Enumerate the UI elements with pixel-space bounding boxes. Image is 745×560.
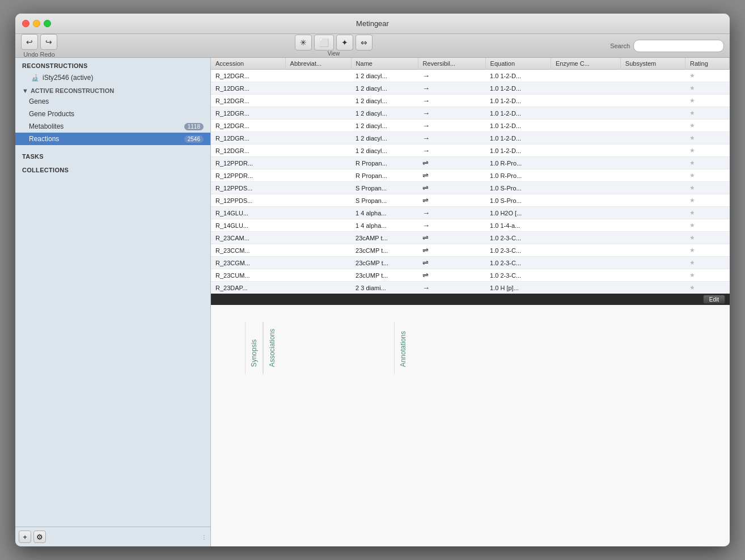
cell-name: 1 2 diacyl...: [351, 70, 418, 82]
sidebar-item-gene-products[interactable]: Gene Products: [15, 108, 210, 120]
cell-subsystem: [620, 207, 685, 219]
table-row[interactable]: R_14GLU... 1 4 alpha... → 1.0 1-4-a... ★: [211, 219, 730, 232]
table-row[interactable]: R_12PPDS... S Propan... ⇌ 1.0 S-Pro... ★: [211, 182, 730, 194]
table-row[interactable]: R_12DGR... 1 2 diacyl... → 1.0 1-2-D... …: [211, 107, 730, 120]
table-row[interactable]: R_12DGR... 1 2 diacyl... → 1.0 1-2-D... …: [211, 95, 730, 107]
settings-button[interactable]: ⚙: [33, 531, 46, 543]
undo-button[interactable]: ↩: [21, 34, 38, 50]
view-btn-3[interactable]: ✦: [336, 35, 353, 50]
table-row[interactable]: R_12PPDS... S Propan... ⇌ 1.0 S-Pro... ★: [211, 194, 730, 207]
cell-subsystem: [620, 194, 685, 207]
cell-rev: ⇌: [418, 182, 485, 194]
cell-rev: →: [418, 70, 485, 82]
table-row[interactable]: R_14GLU... 1 4 alpha... → 1.0 H2O [... ★: [211, 207, 730, 219]
cell-rating: ★: [685, 244, 729, 257]
close-button[interactable]: [22, 20, 29, 27]
col-accession[interactable]: Accession: [211, 58, 285, 70]
cell-enzyme: [551, 145, 621, 157]
col-abbreviat[interactable]: Abbreviat...: [285, 58, 351, 70]
cell-abbrev: [285, 257, 351, 269]
cell-abbrev: [285, 207, 351, 219]
view-btn-2[interactable]: ⬜: [314, 35, 334, 50]
cell-subsystem: [620, 70, 685, 82]
sidebar-item-reactions[interactable]: Reactions 2546: [15, 133, 210, 145]
cell-accession: R_12DGR...: [211, 132, 285, 145]
cell-name: 1 2 diacyl...: [351, 120, 418, 132]
cell-subsystem: [620, 244, 685, 257]
table-row[interactable]: R_23DAP... 2 3 diami... → 1.0 H [p]... ★: [211, 282, 730, 294]
active-reconstruction-header: ▼ ACTIVE RECONSTRUCTION: [15, 84, 210, 95]
table-row[interactable]: R_23CAM... 23cAMP t... ⇌ 1.0 2-3-C... ★: [211, 232, 730, 244]
reconstructions-header: RECONSTRUCTIONS: [15, 58, 210, 71]
cell-rating: ★: [685, 269, 729, 282]
cell-accession: R_23CAM...: [211, 232, 285, 244]
tab-associations[interactable]: Associations: [263, 322, 281, 374]
sidebar-item-metabolites[interactable]: Metabolites 1118: [15, 120, 210, 133]
cell-equation: 1.0 1-2-D...: [485, 145, 551, 157]
col-name[interactable]: Name: [351, 58, 418, 70]
table-row[interactable]: R_12PPDR... R Propan... ⇌ 1.0 R-Pro... ★: [211, 157, 730, 169]
cell-enzyme: [551, 70, 621, 82]
cell-enzyme: [551, 282, 621, 294]
cell-rating: ★: [685, 219, 729, 232]
col-rating[interactable]: Rating: [685, 58, 729, 70]
collections-header: COLLECTIONS: [15, 162, 210, 176]
cell-accession: R_12DGR...: [211, 70, 285, 82]
sidebar-item-genes[interactable]: Genes: [15, 95, 210, 108]
cell-abbrev: [285, 169, 351, 182]
col-equation[interactable]: Equation: [485, 58, 551, 70]
cell-enzyme: [551, 82, 621, 95]
col-reversibil[interactable]: Reversibil...: [418, 58, 485, 70]
resize-handle[interactable]: ⋮: [201, 534, 207, 540]
minimize-button[interactable]: [33, 20, 40, 27]
table-row[interactable]: R_12DGR... 1 2 diacyl... → 1.0 1-2-D... …: [211, 145, 730, 157]
cell-enzyme: [551, 169, 621, 182]
cell-accession: R_12PPDS...: [211, 194, 285, 207]
cell-name: 1 2 diacyl...: [351, 132, 418, 145]
cell-name: 1 4 alpha...: [351, 219, 418, 232]
cell-equation: 1.0 1-2-D...: [485, 120, 551, 132]
cell-accession: R_12DGR...: [211, 120, 285, 132]
table-row[interactable]: R_23CCM... 23cCMP t... ⇌ 1.0 2-3-C... ★: [211, 244, 730, 257]
view-btn-4[interactable]: ⇔: [355, 35, 372, 50]
search-input[interactable]: [633, 40, 724, 52]
tab-annotations[interactable]: Annotations: [394, 322, 412, 374]
redo-button[interactable]: ↪: [40, 34, 57, 50]
table-row[interactable]: R_23CGM... 23cGMP t... ⇌ 1.0 2-3-C... ★: [211, 257, 730, 269]
edit-button[interactable]: Edit: [703, 295, 725, 304]
col-enzyme[interactable]: Enzyme C...: [551, 58, 621, 70]
cell-rev: →: [418, 145, 485, 157]
table-row[interactable]: R_12DGR... 1 2 diacyl... → 1.0 1-2-D... …: [211, 132, 730, 145]
cell-name: R Propan...: [351, 169, 418, 182]
cell-name: 23cCMP t...: [351, 244, 418, 257]
view-btn-1[interactable]: ✳: [295, 35, 312, 50]
table-row[interactable]: R_12DGR... 1 2 diacyl... → 1.0 1-2-D... …: [211, 70, 730, 82]
cell-accession: R_23CCM...: [211, 244, 285, 257]
cell-accession: R_23CGM...: [211, 257, 285, 269]
cell-abbrev: [285, 82, 351, 95]
cell-name: 2 3 diami...: [351, 282, 418, 294]
col-subsystem[interactable]: Subsystem: [620, 58, 685, 70]
table-row[interactable]: R_12DGR... 1 2 diacyl... → 1.0 1-2-D... …: [211, 120, 730, 132]
cell-rev: →: [418, 107, 485, 120]
cell-equation: 1.0 2-3-C...: [485, 269, 551, 282]
search-label: Search: [610, 43, 630, 49]
cell-enzyme: [551, 132, 621, 145]
tab-synopsis[interactable]: Synopsis: [245, 322, 263, 374]
cell-rating: ★: [685, 232, 729, 244]
table-row[interactable]: R_12PPDR... R Propan... ⇌ 1.0 R-Pro... ★: [211, 169, 730, 182]
cell-name: 23cUMP t...: [351, 269, 418, 282]
table-row[interactable]: R_12DGR... 1 2 diacyl... → 1.0 1-2-D... …: [211, 82, 730, 95]
reactions-table-area[interactable]: Accession Abbreviat... Name Reversibil..…: [211, 58, 730, 294]
reconstruction-item[interactable]: 🔬 iSty2546 (active): [15, 71, 210, 84]
cell-enzyme: [551, 269, 621, 282]
cell-rev: ⇌: [418, 194, 485, 207]
genes-label: Genes: [29, 97, 49, 105]
add-button[interactable]: +: [19, 531, 31, 543]
cell-rating: ★: [685, 157, 729, 169]
cell-name: S Propan...: [351, 194, 418, 207]
table-row[interactable]: R_23CUM... 23cUMP t... ⇌ 1.0 2-3-C... ★: [211, 269, 730, 282]
cell-rating: ★: [685, 95, 729, 107]
cell-subsystem: [620, 169, 685, 182]
maximize-button[interactable]: [44, 20, 51, 27]
